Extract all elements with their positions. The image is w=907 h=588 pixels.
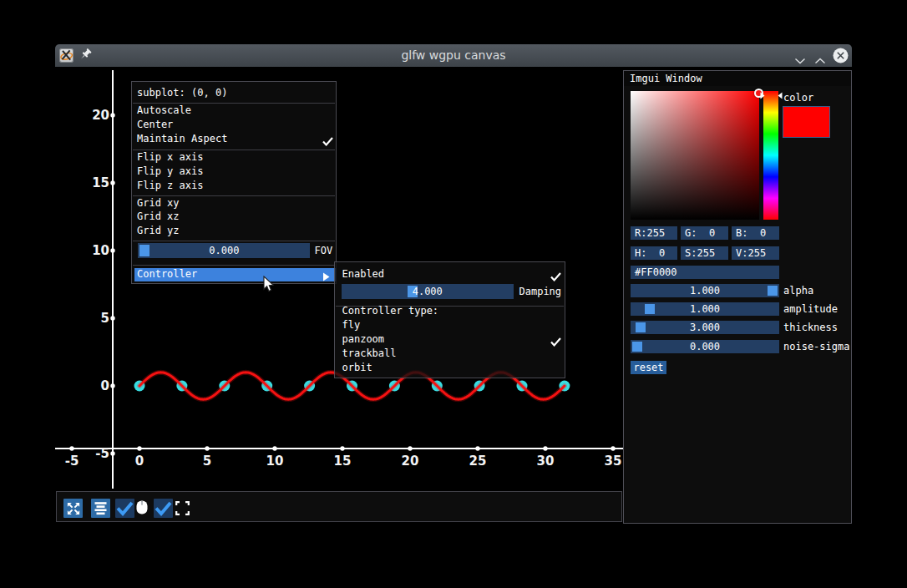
y-tick-label: -5 [95,446,109,461]
noise-sigma-slider-label: noise-sigma [783,341,849,352]
minimize-button[interactable] [794,53,806,68]
center-button[interactable] [91,499,110,518]
chevron-up-icon-shape [816,59,825,63]
imgui-window[interactable]: Imgui WindowcolorR:255G: 0B: 0H: 0S:255V… [623,70,852,524]
menu-checkmark-icon [322,134,333,150]
mouse-cursor [263,276,276,297]
y-tick-label: 0 [101,378,109,393]
submenu-header: Controller type: [342,304,439,318]
x-tick-dot [69,446,73,450]
menu-item-flip-x-axis[interactable]: Flip x axis [137,150,203,165]
submenu-item-orbit[interactable]: orbit [342,361,372,375]
menu-item-maintain-aspect[interactable]: Maintain Aspect [137,132,227,146]
x-tick-dot [137,446,141,450]
rgb-field-b[interactable]: B: 0 [732,226,779,240]
maximize-button[interactable] [814,53,826,68]
checkmark-glyph [550,337,561,347]
triangle-right-glyph [322,272,330,281]
submenu-item-fly[interactable]: fly [342,318,361,332]
triangle-right-glyph-shape [761,93,765,99]
titlebar[interactable]: glfw wgpu canvas [55,44,852,67]
x-tick-label: -5 [65,454,79,469]
y-tick-label: 15 [92,175,109,190]
hue-arrow-left-icon [760,88,765,103]
rgb-field-g[interactable]: G: 0 [681,226,728,240]
fullscreen-icon[interactable] [175,501,190,515]
submenu-slider-label: Damping [519,285,562,299]
checkmark-glyph [322,137,333,146]
checkmark-glyph [155,500,172,516]
x-tick-dot [340,446,344,450]
checkmark-glyph-shape [551,273,560,280]
context-menu: subplot: (0, 0)AutoscaleCenterMaintain A… [131,81,337,284]
hex-field[interactable]: #FF0000 [631,266,779,279]
menu-item-controller[interactable]: Controller [137,267,197,281]
menu-item-autoscale[interactable]: Autoscale [137,104,191,118]
menu-separator [133,265,335,266]
sv-picker-square[interactable] [631,91,759,220]
color-swatch[interactable] [783,106,830,138]
hue-bar[interactable] [763,91,778,220]
thickness-slider-value: 3.000 [631,321,779,334]
chevron-down-icon [794,58,806,64]
imgui-title: Imgui Window [630,73,702,84]
menu-item-grid-xz[interactable]: Grid xz [137,210,180,224]
x-tick-label: 5 [203,454,211,469]
x-tick-dot [205,446,209,450]
x-tick-label: 10 [266,454,284,469]
thickness-slider-label: thickness [783,322,838,333]
menu-item-grid-xy[interactable]: Grid xy [137,196,180,210]
panzoom-checkbox[interactable] [115,499,134,518]
menu-item-flip-z-axis[interactable]: Flip z axis [137,179,203,193]
window-title: glfw wgpu canvas [55,44,852,67]
menu-item-center[interactable]: Center [137,118,173,132]
expand-arrows-glyph-shape [69,504,77,512]
menu-separator [133,241,335,241]
submenu-item-panzoom[interactable]: panzoom [342,332,385,347]
y-tick-dot [110,383,114,388]
checkmark-glyph-shape [156,503,170,514]
menu-item-flip-y-axis[interactable]: Flip y axis [137,165,203,179]
x-tick-dot [475,446,479,450]
submenu-item-enabled[interactable]: Enabled [342,267,385,281]
checkmark-glyph [116,500,134,516]
hsv-field-v[interactable]: V:255 [732,246,779,260]
x-tick-dot [272,446,276,450]
checkmark-glyph [550,272,561,281]
mouse-glyph [136,500,148,514]
y-tick-dot [110,316,114,320]
alpha-slider-value: 1.000 [631,284,779,297]
mouse-icon[interactable] [136,499,148,515]
noise-sigma-slider-value: 0.000 [631,340,779,353]
submenu-item-trackball[interactable]: trackball [342,347,397,361]
chevron-down-icon-shape [796,59,805,63]
x-tick-dot [611,446,615,450]
expand-arrows-glyph [66,501,81,516]
close-button[interactable] [833,48,849,67]
hsv-field-h[interactable]: H: 0 [631,246,677,260]
triangle-right-glyph-shape [323,273,330,281]
hsv-field-s[interactable]: S:255 [681,246,728,260]
submenu-slider-value: 4.000 [342,285,514,299]
y-tick-dot [110,180,114,185]
menu-checkmark-icon [550,335,561,350]
menu-slider-value: 0.000 [138,244,310,258]
menu-item-grid-yz[interactable]: Grid yz [137,224,180,238]
chevron-up-icon [814,58,826,64]
rgb-field-r[interactable]: R:255 [631,226,677,240]
checkmark-glyph-shape [323,138,332,144]
maintain-aspect-checkbox[interactable] [154,499,173,518]
x-tick-label: 25 [469,454,487,469]
mouse-glyph-shape [141,502,143,505]
plot-canvas[interactable]: -50510152025303520151050-5 subplot: (0, … [55,67,852,524]
align-center-glyph-shape-shape [95,502,107,504]
align-center-glyph-shape-shape [97,513,105,515]
autoscale-button[interactable] [63,499,83,518]
reset-button[interactable]: reset [631,361,666,374]
align-center-glyph-shape-shape [95,509,107,511]
align-center-glyph [93,500,109,516]
fullscreen-brackets-glyph [175,501,190,515]
triangle-left-glyph-shape [778,93,783,99]
x-tick-dot [408,446,412,450]
y-tick-dot [110,113,114,117]
